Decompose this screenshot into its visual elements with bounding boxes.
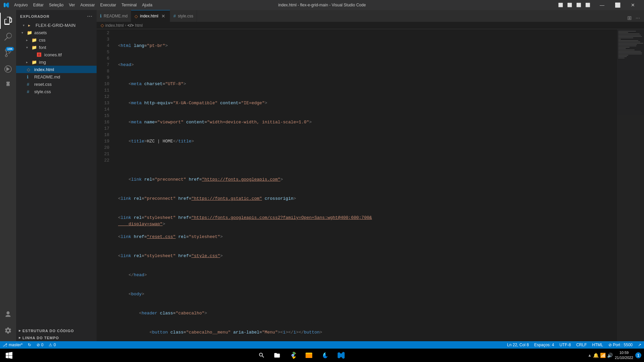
activity-bar: 10K: [0, 10, 16, 341]
svg-rect-4: [306, 354, 312, 358]
git-branch-item[interactable]: ⎇ master*: [0, 341, 25, 349]
warnings-item[interactable]: ⚠ 0: [46, 341, 58, 349]
folder-flex-e-grid-main[interactable]: ▾ ▸ FLEX-E-GRID-MAIN: [16, 21, 97, 29]
minimap-content: [618, 29, 644, 341]
css-folder-label: css: [39, 38, 46, 43]
minimize-button[interactable]: —: [594, 0, 610, 10]
tree-assets[interactable]: ▾ 📁 assets: [16, 29, 97, 36]
tab-index-html[interactable]: ◇ index.html ✕: [131, 10, 170, 22]
code-line-3: <head>: [118, 62, 617, 68]
tab-readme[interactable]: ℹ README.md: [97, 10, 131, 22]
windows-start-button[interactable]: [3, 349, 15, 362]
tree-icones-ttf[interactable]: 🅰 icones.ttf: [16, 51, 97, 58]
code-line-14: </head>: [118, 272, 617, 278]
live-share-icon: ↗: [638, 343, 641, 347]
tree-readme-md[interactable]: ℹ README.md: [16, 73, 97, 80]
status-left: ⎇ master* ↻ ⊘ 0 ⚠ 0: [0, 341, 58, 349]
menu-arquivo[interactable]: Arquivo: [12, 2, 30, 8]
close-button[interactable]: ✕: [625, 0, 641, 10]
notification-badge[interactable]: 1: [635, 352, 641, 358]
split-editor-icon[interactable]: ⊞: [626, 14, 633, 22]
menu-ajuda[interactable]: Ajuda: [140, 2, 155, 8]
sync-item[interactable]: ↻: [25, 341, 34, 349]
index-html-label: index.html: [34, 67, 54, 72]
breadcrumb-symbol[interactable]: </> html: [127, 23, 143, 28]
estrutura-arrow: ▸: [19, 328, 21, 333]
taskbar-explorer-button[interactable]: [302, 349, 316, 362]
html-tab-label: index.html: [140, 14, 158, 18]
language-item[interactable]: HTML: [589, 341, 606, 349]
code-line-8: [118, 157, 617, 164]
taskbar: ▲ 🔔 📶 🔊 10:59 21/10/2022 1: [0, 349, 644, 362]
sidebar-title: EXPLORADOR: [20, 14, 50, 18]
port-label: ⊘ Port : 5500: [608, 343, 633, 347]
tray-up-arrow[interactable]: ▲: [588, 353, 592, 358]
menu-ver[interactable]: Ver: [67, 2, 77, 8]
img-folder-icon: 📁: [32, 60, 38, 65]
taskbar-files-button[interactable]: [271, 349, 283, 362]
tree-css-folder[interactable]: ▸ 📁 css: [16, 36, 97, 44]
git-branch-label: master*: [9, 343, 22, 347]
line-ending-item[interactable]: CRLF: [574, 341, 589, 349]
maximize-button[interactable]: ⬜: [610, 0, 625, 10]
encoding-item[interactable]: UTF-8: [557, 341, 574, 349]
run-activity-icon[interactable]: [0, 61, 16, 77]
code-line-2: <html lang="pt-br">: [118, 43, 617, 49]
menu-editar[interactable]: Editar: [31, 2, 46, 8]
tree-img-folder[interactable]: ▸ 📁 img: [16, 58, 97, 66]
taskbar-vscode-button[interactable]: [334, 349, 348, 362]
more-actions-icon[interactable]: ···: [634, 14, 641, 22]
menu-executar[interactable]: Executar: [98, 2, 118, 8]
cursor-position-label: Ln 22, Col 8: [507, 343, 529, 347]
extensions-activity-icon[interactable]: [0, 77, 16, 93]
title-bar-left: Arquivo Editar Seleção Ver Acessar Execu…: [3, 2, 154, 8]
explorer-activity-icon[interactable]: [0, 13, 16, 29]
linha-tempo-section[interactable]: ▸ LINHA DO TEMPO: [16, 334, 97, 341]
tree-index-html[interactable]: ◇ index.html: [16, 66, 97, 73]
language-label: HTML: [592, 343, 603, 347]
search-activity-icon[interactable]: [0, 29, 16, 45]
indent-item[interactable]: Espaços: 4: [532, 341, 557, 349]
css-tab-icon: #: [173, 13, 176, 18]
estrutura-section[interactable]: ▸ ESTRUTURA DO CÓDIGO: [16, 327, 97, 334]
clock-date: 21/10/2022: [615, 355, 633, 360]
layout-icon-4[interactable]: ⬜: [584, 2, 592, 8]
tab-style-css[interactable]: # style.css: [170, 10, 197, 22]
editor-area: ℹ README.md ◇ index.html ✕ # style.css ⊞…: [97, 10, 644, 341]
linha-arrow: ▸: [19, 336, 21, 340]
code-line-10: <link rel="preconnect" href="https://fon…: [118, 195, 617, 202]
html-tab-icon: ◇: [135, 14, 138, 19]
menu-selecao[interactable]: Seleção: [47, 2, 65, 8]
errors-item[interactable]: ⊘ 0: [34, 341, 46, 349]
port-item[interactable]: ⊘ Port : 5500: [606, 341, 635, 349]
font-folder-label: font: [39, 45, 46, 50]
title-bar-menu: Arquivo Editar Seleção Ver Acessar Execu…: [12, 2, 154, 8]
layout-icon-3[interactable]: ⬜: [575, 2, 583, 8]
git-branch-icon: ⎇: [3, 343, 7, 347]
tree-reset-css[interactable]: # reset.css: [16, 80, 97, 88]
sidebar-more-button[interactable]: ···: [87, 13, 93, 19]
taskbar-search-button[interactable]: [255, 349, 268, 362]
code-line-12: <link href="reset.css" rel="stylesheet">: [118, 234, 617, 240]
html-tab-close[interactable]: ✕: [160, 13, 166, 19]
css-folder-arrow: ▸: [26, 38, 32, 42]
menu-acessar[interactable]: Acessar: [78, 2, 97, 8]
taskbar-clock[interactable]: 10:59 21/10/2022: [615, 350, 633, 361]
settings-activity-icon[interactable]: [0, 322, 16, 339]
sync-icon: ↻: [28, 343, 31, 347]
account-activity-icon[interactable]: [0, 306, 16, 322]
assets-folder-icon: 📁: [27, 30, 33, 35]
cursor-position-item[interactable]: Ln 22, Col 8: [504, 341, 532, 349]
tree-style-css[interactable]: # style.css: [16, 88, 97, 95]
code-editor[interactable]: 2 3 4 5 6 7 8 9 10 11 12 13 14 15 16 17 …: [97, 29, 644, 341]
indent-label: Espaços: 4: [534, 343, 554, 347]
source-control-activity-icon[interactable]: 10K: [0, 45, 16, 61]
tree-font-folder[interactable]: ▾ 📁 font: [16, 44, 97, 51]
breadcrumb-file[interactable]: ◇ index.html: [101, 23, 124, 28]
taskbar-edge-button[interactable]: [318, 349, 332, 362]
menu-terminal[interactable]: Terminal: [119, 2, 139, 8]
taskbar-chrome-button[interactable]: [286, 349, 300, 362]
layout-icon-1[interactable]: ⬜: [557, 2, 565, 8]
live-share-item[interactable]: ↗: [635, 341, 644, 349]
layout-icon-2[interactable]: ⬜: [566, 2, 574, 8]
